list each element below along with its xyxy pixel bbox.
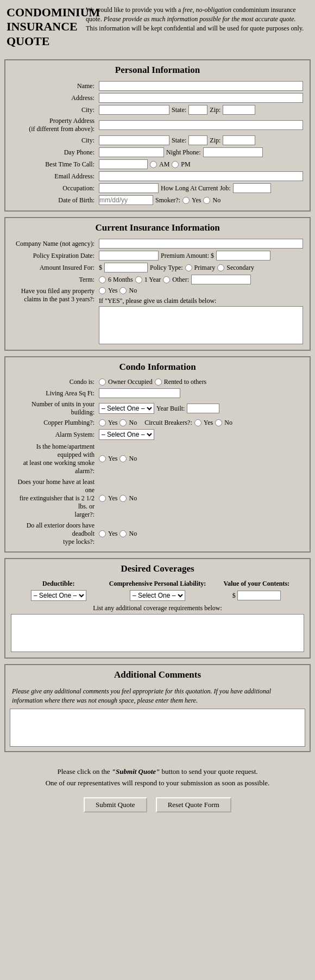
- additional-comments-section: Additional Comments Please give any addi…: [4, 664, 311, 752]
- prop-city-input[interactable]: [99, 135, 169, 145]
- claims-no-radio[interactable]: [119, 287, 127, 294]
- footer: Please click on the "Submit Quote" butto…: [0, 758, 315, 793]
- am-radio[interactable]: [150, 161, 157, 168]
- term-other-input[interactable]: [191, 275, 251, 284]
- smoke-no-radio[interactable]: [119, 455, 127, 462]
- pm-radio[interactable]: [172, 161, 179, 168]
- additional-comments-title: Additional Comments: [10, 669, 305, 680]
- deadbolt-yes-label: Yes: [108, 530, 117, 538]
- living-area-input[interactable]: [99, 388, 180, 398]
- secondary-label: Secondary: [226, 264, 254, 272]
- copper-yes-radio[interactable]: [99, 419, 106, 426]
- address-input[interactable]: [99, 93, 303, 103]
- units-select[interactable]: – Select One – 234 5-1011-2021+: [99, 403, 154, 414]
- fire-ext-yes-radio[interactable]: [99, 495, 106, 502]
- condo-info-table: Condo is: Owner Occupied Rented to other…: [10, 377, 305, 547]
- deductible-header: Deductible:: [10, 579, 108, 589]
- company-input[interactable]: [99, 239, 303, 249]
- policy-exp-input[interactable]: [99, 251, 159, 260]
- secondary-radio[interactable]: [217, 264, 224, 271]
- circuit-yes-label: Yes: [204, 419, 213, 427]
- smoke-yes-radio[interactable]: [99, 455, 106, 462]
- how-long-input[interactable]: [233, 183, 271, 193]
- condo-info-title: Condo Information: [10, 362, 305, 373]
- term-6month-radio[interactable]: [99, 276, 106, 283]
- state-label: State:: [172, 106, 186, 114]
- comprehensive-header: Comprehensive Personal Liability:: [108, 579, 208, 589]
- amount-insured-row: Amount Insured For: $ Policy Type: Prima…: [10, 262, 305, 274]
- deadbolt-no-radio[interactable]: [119, 530, 127, 537]
- circuit-yes-radio[interactable]: [194, 419, 201, 426]
- state-input[interactable]: [188, 105, 207, 115]
- best-time-input[interactable]: [99, 159, 148, 169]
- term-other-label: Other:: [172, 276, 189, 284]
- night-phone-input[interactable]: [203, 147, 263, 157]
- circuit-label: Circuit Breakers?:: [144, 419, 192, 427]
- term-1year-radio[interactable]: [135, 276, 142, 283]
- deductible-select[interactable]: – Select One – $500 $1000 $2500: [31, 590, 86, 601]
- additional-comments-box[interactable]: [10, 709, 305, 747]
- best-time-label: Best Time To Call:: [10, 158, 97, 170]
- premium-input[interactable]: [216, 251, 270, 260]
- city-input[interactable]: [99, 105, 169, 115]
- prop-city-row: City: State: Zip:: [10, 134, 305, 146]
- rented-label: Rented to others: [164, 378, 207, 386]
- year-built-input[interactable]: [187, 404, 219, 413]
- living-area-label: Living Area Sq Ft:: [10, 387, 97, 399]
- day-phone-input[interactable]: [99, 147, 164, 157]
- name-input[interactable]: [99, 81, 303, 91]
- prop-zip-input[interactable]: [223, 135, 255, 145]
- submit-italic: "Submit Quote": [112, 767, 160, 776]
- deadbolt-yes-radio[interactable]: [99, 530, 106, 537]
- claims-details-box[interactable]: [99, 306, 303, 344]
- property-address-input[interactable]: [99, 120, 303, 130]
- alarm-select[interactable]: – Select One – None Local Central: [99, 429, 154, 440]
- term-6month-label: 6 Months: [108, 276, 133, 284]
- personal-info-table: Name: Address: City: State: Zip: Propert…: [10, 80, 305, 206]
- additional-coverage-label: List any additional coverage requirement…: [11, 604, 304, 612]
- company-label: Company Name (not agency):: [10, 238, 97, 250]
- copper-no-label: No: [129, 419, 137, 427]
- dob-input[interactable]: [99, 195, 153, 205]
- deadbolt-row: Do all exterior doors have deadbolttype …: [10, 520, 305, 547]
- prop-state-input[interactable]: [188, 135, 207, 145]
- additional-coverage-box[interactable]: [11, 614, 304, 652]
- primary-radio[interactable]: [185, 264, 192, 271]
- comprehensive-select[interactable]: – Select One – $100,000 $300,000 $500,00…: [130, 590, 185, 601]
- owner-occupied-radio[interactable]: [99, 379, 106, 386]
- term-1year-label: 1 Year: [144, 276, 161, 284]
- additional-comments-input[interactable]: [10, 709, 299, 746]
- submit-quote-button[interactable]: Submit Quote: [84, 797, 147, 812]
- fire-ext-label: Does your home have at least onefire ext…: [10, 476, 97, 520]
- circuit-no-label: No: [224, 419, 232, 427]
- reset-quote-button[interactable]: Reset Quote Form: [156, 797, 231, 812]
- email-row: Email Address:: [10, 170, 305, 182]
- claims-details-input[interactable]: [99, 307, 299, 344]
- copper-no-radio[interactable]: [119, 419, 127, 426]
- term-other-radio[interactable]: [163, 276, 170, 283]
- property-address-row: Property Address(if different from above…: [10, 116, 305, 134]
- phone-row: Day Phone: Night Phone:: [10, 146, 305, 158]
- circuit-no-radio[interactable]: [215, 419, 222, 426]
- current-insurance-table: Company Name (not agency): Policy Expira…: [10, 238, 305, 345]
- additional-comments-note: Please give any additional comments you …: [10, 685, 305, 709]
- smoke-no-label: No: [129, 455, 137, 463]
- pm-label: PM: [181, 160, 190, 169]
- claims-label: Have you filed any propertyclaims in the…: [10, 286, 97, 345]
- occupation-input[interactable]: [99, 183, 159, 193]
- amount-insured-label: Amount Insured For:: [10, 262, 97, 274]
- header-description: We would like to provide you with a free…: [86, 5, 308, 48]
- smoker-yes-label: Yes: [192, 196, 201, 204]
- smoker-no-radio[interactable]: [203, 197, 210, 204]
- page-title: CONDOMINIUM INSURANCE QUOTE: [7, 5, 77, 48]
- premium-label: Premium Amount: $: [161, 252, 214, 260]
- additional-coverage-input[interactable]: [11, 615, 298, 652]
- contents-value-input[interactable]: [237, 591, 281, 600]
- amount-insured-input[interactable]: [104, 263, 148, 272]
- smoker-yes-radio[interactable]: [182, 197, 190, 204]
- email-input[interactable]: [99, 171, 303, 181]
- rented-radio[interactable]: [155, 379, 162, 386]
- zip-input[interactable]: [223, 105, 255, 115]
- claims-yes-radio[interactable]: [99, 287, 106, 294]
- fire-ext-no-radio[interactable]: [119, 495, 127, 502]
